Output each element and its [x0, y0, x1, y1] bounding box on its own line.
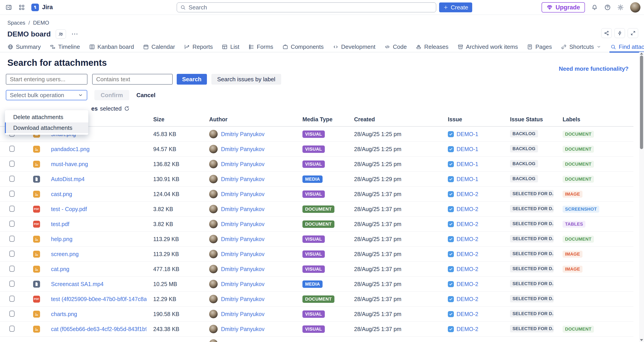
attachment-link[interactable]: cast.png: [51, 191, 72, 197]
attachment-link[interactable]: cat (f065eb66-de63-4cf2-9b5d-843f1b9e06.…: [51, 326, 146, 332]
issue-link[interactable]: DEMO-2: [456, 281, 478, 287]
tab-code[interactable]: Code: [384, 42, 407, 52]
author-link[interactable]: Dmitriy Panyukov: [221, 296, 264, 302]
automation-button[interactable]: [614, 28, 625, 38]
search-button[interactable]: Search: [177, 74, 207, 85]
tab-shortcuts[interactable]: Shortcuts: [561, 42, 601, 52]
row-checkbox[interactable]: [10, 221, 14, 227]
fullscreen-button[interactable]: [628, 28, 638, 38]
issue-link[interactable]: DEMO-2: [456, 221, 478, 227]
column-header-author[interactable]: Author: [202, 116, 295, 123]
create-button[interactable]: Create: [439, 3, 472, 12]
jira-home-link[interactable]: Jira: [31, 4, 53, 11]
author-link[interactable]: Dmitriy Panyukov: [221, 266, 264, 272]
vertical-scrollbar[interactable]: [639, 52, 644, 342]
author-link[interactable]: Dmitriy Panyukov: [221, 221, 264, 227]
issue-link[interactable]: DEMO-2: [456, 296, 478, 302]
upgrade-button[interactable]: Upgrade: [542, 2, 585, 13]
issue-link[interactable]: DEMO-1: [456, 176, 478, 182]
contains-text-input[interactable]: [92, 74, 173, 85]
column-header-labels[interactable]: Labels: [556, 116, 634, 123]
row-checkbox[interactable]: [10, 266, 14, 272]
scrollbar-thumb[interactable]: [640, 56, 643, 149]
attachment-link[interactable]: test - Copy.pdf: [51, 206, 87, 212]
issue-link[interactable]: DEMO-2: [456, 191, 478, 197]
attachment-link[interactable]: help.png: [51, 236, 72, 242]
issue-link[interactable]: DEMO-2: [456, 266, 478, 272]
attachment-link[interactable]: charts.png: [51, 311, 77, 317]
attachment-link[interactable]: AutoDist.mp4: [51, 176, 84, 182]
author-link[interactable]: Dmitriy Panyukov: [221, 326, 264, 332]
column-header-issue-status[interactable]: Issue Status: [503, 116, 556, 123]
column-header-created[interactable]: Created: [347, 116, 441, 123]
tab-pages[interactable]: Pages: [527, 42, 552, 52]
issue-link[interactable]: DEMO-1: [456, 146, 478, 152]
author-link[interactable]: Dmitriy Panyukov: [221, 146, 264, 152]
share-button[interactable]: [601, 28, 612, 38]
tab-find-attachments[interactable]: Find attachments: [610, 42, 644, 52]
bulk-operation-select[interactable]: Select bulk operation: [6, 90, 87, 100]
row-checkbox[interactable]: [10, 236, 14, 242]
tab-releases[interactable]: Releases: [416, 42, 448, 52]
global-search[interactable]: [177, 3, 436, 12]
notifications-icon[interactable]: [591, 4, 598, 11]
author-link[interactable]: Dmitriy Panyukov: [221, 161, 264, 167]
tab-development[interactable]: Development: [333, 42, 375, 52]
issue-link[interactable]: DEMO-1: [456, 161, 478, 167]
tab-reports[interactable]: Reports: [184, 42, 213, 52]
tab-summary[interactable]: Summary: [8, 42, 41, 52]
column-header-issue[interactable]: Issue: [441, 116, 503, 123]
author-link[interactable]: Dmitriy Panyukov: [221, 281, 264, 287]
column-header-size[interactable]: Size: [146, 116, 202, 123]
menu-item-delete-attachments[interactable]: Delete attachments: [5, 112, 88, 122]
more-actions-icon[interactable]: [71, 30, 78, 38]
row-checkbox[interactable]: [10, 176, 14, 182]
author-link[interactable]: Dmitriy Panyukov: [221, 236, 264, 242]
issue-link[interactable]: DEMO-2: [456, 326, 478, 332]
scrollbar-up-arrow-icon[interactable]: [640, 53, 643, 55]
row-checkbox[interactable]: [10, 191, 14, 197]
app-switcher-icon[interactable]: [18, 4, 25, 11]
confirm-button[interactable]: Confirm: [94, 90, 129, 100]
issue-link[interactable]: DEMO-2: [456, 206, 478, 212]
refresh-icon[interactable]: [124, 106, 130, 112]
expand-sidebar-icon[interactable]: [5, 4, 12, 11]
attachment-link[interactable]: test (4f025909-b0ee-47b0-bf0f-147c8afdea…: [51, 296, 146, 302]
attachment-link[interactable]: Screencast SA1.mp4: [51, 281, 104, 287]
issue-link[interactable]: DEMO-1: [456, 131, 478, 137]
author-link[interactable]: Dmitriy Panyukov: [221, 251, 264, 257]
search-by-label-button[interactable]: Search issues by label: [212, 74, 281, 85]
tab-list[interactable]: List: [222, 42, 239, 52]
issue-link[interactable]: DEMO-2: [456, 251, 478, 257]
author-link[interactable]: Dmitriy Panyukov: [221, 206, 264, 212]
user-avatar[interactable]: [630, 2, 640, 13]
tab-forms[interactable]: Forms: [248, 42, 273, 52]
author-link[interactable]: Dmitriy Panyukov: [221, 311, 264, 317]
row-checkbox[interactable]: [10, 161, 14, 167]
tab-archived-work-items[interactable]: Archived work items: [458, 42, 518, 52]
tab-timeline[interactable]: Timeline: [50, 42, 80, 52]
issue-link[interactable]: DEMO-2: [456, 311, 478, 317]
author-link[interactable]: Dmitriy Panyukov: [221, 191, 264, 197]
row-checkbox[interactable]: [10, 251, 14, 257]
author-link[interactable]: Dmitriy Panyukov: [221, 176, 264, 182]
cancel-button[interactable]: Cancel: [136, 92, 156, 99]
row-checkbox[interactable]: [10, 326, 14, 332]
help-icon[interactable]: [604, 4, 611, 11]
issue-link[interactable]: DEMO-2: [456, 236, 478, 242]
tab-kanban-board[interactable]: Kanban board: [89, 42, 134, 52]
row-checkbox[interactable]: [10, 281, 14, 287]
users-filter-input[interactable]: [6, 74, 88, 85]
breadcrumb-demo[interactable]: DEMO: [33, 20, 49, 26]
tab-calendar[interactable]: Calendar: [143, 42, 175, 52]
row-checkbox[interactable]: [10, 296, 14, 302]
scrollbar-down-arrow-icon[interactable]: [640, 339, 643, 341]
row-checkbox[interactable]: [10, 146, 14, 152]
author-link[interactable]: Dmitriy Panyukov: [221, 131, 264, 137]
row-checkbox[interactable]: [10, 206, 14, 212]
tab-components[interactable]: Components: [282, 42, 324, 52]
settings-icon[interactable]: [617, 4, 624, 11]
attachment-link[interactable]: screen.png: [51, 251, 79, 257]
attachment-link[interactable]: pandadoc1.png: [51, 146, 90, 152]
attachment-link[interactable]: test.pdf: [51, 221, 69, 227]
